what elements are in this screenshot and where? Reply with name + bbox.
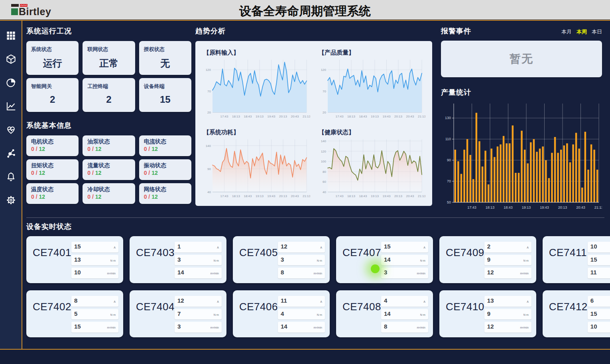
svg-text:120: 120: [206, 68, 211, 72]
device-metric-row: 15 m³/min: [71, 322, 118, 333]
section-devices: 设备实时状态 CE7401 15 A 13 N·m 10 m³/min CE74…: [26, 217, 604, 337]
device-metric-value: 9: [487, 256, 490, 263]
device-metric-value: 15: [74, 323, 81, 330]
device-card[interactable]: CE7409 2 A 9 N·m 12 m³/min: [439, 236, 536, 283]
status-card: 授权状态 无: [139, 41, 191, 75]
svg-text:19:13: 19:13: [256, 194, 264, 198]
status-card: 设备终端 15: [139, 78, 191, 112]
svg-text:21:13: 21:13: [303, 115, 310, 118]
info-card-label: 振动状态: [144, 162, 187, 169]
device-metric-value: 10: [74, 269, 81, 276]
svg-text:18:43: 18:43: [244, 115, 252, 118]
device-card[interactable]: CE7412 6 A 15 N·m 10 m³/min: [543, 290, 610, 337]
svg-text:120: 120: [321, 150, 327, 153]
status-card-value: 2: [87, 94, 130, 105]
status-card: 工控终端 2: [83, 78, 135, 112]
production-title: 产量统计: [441, 88, 602, 97]
status-card-value: 2: [31, 94, 74, 105]
status-card-label: 工控终端: [87, 83, 130, 90]
alarm-tab[interactable]: 本周: [577, 28, 587, 35]
alarm-empty-card: 暂无: [441, 41, 602, 77]
svg-text:18:43: 18:43: [244, 194, 252, 198]
svg-text:19:13: 19:13: [522, 205, 531, 209]
health-monitor-icon[interactable]: [5, 123, 17, 135]
device-metric-row: 12 m³/min: [484, 268, 531, 278]
device-card[interactable]: CE7401 15 A 13 N·m 10 m³/min: [26, 236, 123, 283]
info-count-total: 12: [152, 170, 158, 176]
device-metric-value: 4: [384, 297, 387, 304]
info-card-count: 0 / 12: [87, 146, 130, 152]
gear-icon[interactable]: [5, 194, 17, 206]
device-metric-unit: m³/min: [314, 326, 322, 329]
device-card[interactable]: CE7407 15 A 14 N·m 3 m³/min: [336, 236, 433, 283]
device-card[interactable]: CE7410 13 A 9 N·m 12 m³/min: [439, 290, 536, 337]
info-card-count: 0 / 12: [144, 170, 187, 176]
device-metric-unit: N·m: [420, 313, 425, 316]
device-metric-row: 4 N·m: [278, 309, 325, 320]
device-metric-unit: m³/min: [107, 326, 116, 329]
apps-grid-icon[interactable]: [5, 29, 17, 41]
device-metric-row: 10 m³/min: [588, 322, 610, 333]
device-metric-unit: N·m: [110, 313, 116, 316]
info-card-count: 0 / 12: [87, 194, 130, 200]
device-metric-unit: m³/min: [211, 272, 219, 275]
device-metric-value: 2: [487, 243, 490, 250]
svg-text:18:13: 18:13: [347, 194, 356, 198]
device-metric-unit: A: [217, 300, 219, 303]
trend-panel: 【原料输入】17:4318:1318:4319:1319:4320:1320:4…: [195, 41, 432, 206]
device-card[interactable]: CE7408 4 A 14 N·m 8 m³/min: [336, 290, 433, 337]
device-metric-value: 12: [281, 243, 287, 250]
cube-icon[interactable]: [5, 53, 17, 65]
device-card[interactable]: CE7405 12 A 3 N·m 8 m³/min: [233, 236, 330, 283]
alarm-tab[interactable]: 本日: [592, 28, 602, 35]
device-metric-row: 9 N·m: [484, 255, 531, 266]
device-name: CE7401: [33, 242, 71, 278]
info-card-label: 温度状态: [31, 186, 74, 193]
svg-text:20:43: 20:43: [406, 194, 414, 198]
device-name: CE7406: [239, 296, 278, 333]
device-metric-row: 14 m³/min: [175, 268, 222, 278]
info-count-total: 12: [95, 170, 102, 176]
device-card[interactable]: CE7404 12 A 7 N·m 3 m³/min: [130, 290, 226, 337]
info-card: 油泵状态 0 / 12: [83, 135, 135, 156]
device-metric-value: 15: [74, 243, 81, 250]
status-card: 智能网关 2: [26, 78, 79, 112]
trend-chart: 【原料输入】17:4318:1318:4319:1319:4320:1320:4…: [199, 45, 315, 125]
device-card[interactable]: CE7403 1 A 3 N·m 14 m³/min: [130, 236, 226, 283]
info-count-total: 12: [39, 146, 45, 152]
device-card[interactable]: CE7411 10 A 15 N·m 11 m³/min: [543, 236, 610, 283]
info-count-total: 12: [152, 146, 158, 152]
info-card-label: 电流状态: [144, 138, 187, 145]
device-metric-row: 14 N·m: [381, 255, 428, 266]
info-count-total: 12: [39, 194, 45, 200]
svg-text:50: 50: [447, 200, 451, 204]
info-card-label: 扭矩状态: [31, 162, 74, 169]
bell-icon[interactable]: [5, 170, 17, 182]
info-count-current: 0: [31, 170, 34, 176]
device-card[interactable]: CE7406 11 A 4 N·m 14 m³/min: [233, 290, 330, 337]
device-name: CE7405: [239, 242, 278, 278]
alarm-tab[interactable]: 本月: [561, 28, 572, 35]
svg-text:100: 100: [321, 160, 327, 163]
device-card[interactable]: CE7402 8 A 5 N·m 15 m³/min: [26, 290, 123, 337]
device-metric-value: 8: [384, 323, 387, 330]
device-metric-value: 12: [487, 269, 494, 276]
svg-text:20:13: 20:13: [279, 194, 287, 198]
device-metric-value: 12: [487, 323, 494, 330]
status-card-label: 设备终端: [144, 83, 187, 90]
device-metric-value: 13: [487, 297, 494, 304]
device-metric-unit: N·m: [110, 259, 116, 262]
device-metric-row: 12 A: [278, 242, 325, 252]
device-metric-row: 5 N·m: [71, 309, 118, 320]
molecule-icon[interactable]: [5, 147, 17, 159]
device-metrics: 4 A 14 N·m 8 m³/min: [381, 296, 428, 333]
device-metric-row: 10 A: [588, 242, 610, 252]
alarm-tabs: 本月本周本日: [561, 28, 602, 35]
svg-text:110: 110: [445, 137, 451, 141]
device-name: CE7410: [446, 296, 484, 333]
line-chart-icon[interactable]: [5, 100, 17, 112]
pie-chart-icon[interactable]: [5, 76, 17, 88]
status-card-value: 运行: [31, 57, 74, 70]
info-count-current: 0: [144, 194, 147, 200]
device-metrics: 12 A 3 N·m 8 m³/min: [278, 242, 325, 278]
